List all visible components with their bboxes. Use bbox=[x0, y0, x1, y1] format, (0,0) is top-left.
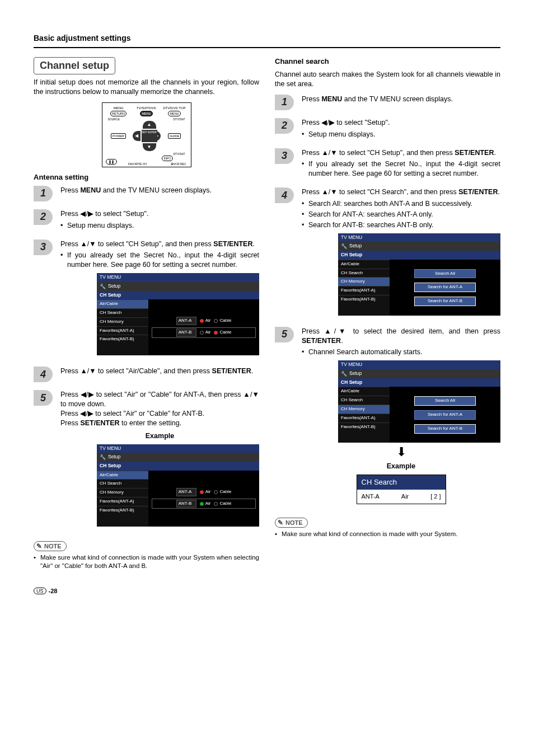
osd-item: Favorites(ANT-B) bbox=[97, 335, 148, 344]
osd-main: Search All Search for ANT-A Search for A… bbox=[390, 260, 500, 316]
radio-on-icon bbox=[200, 502, 204, 506]
osd-main: Search All Search for ANT-A Search for A… bbox=[390, 387, 500, 443]
set-enter-button: SET/ ENTER bbox=[142, 130, 157, 142]
set-enter-keyword: SET/ENTER bbox=[455, 149, 494, 157]
step-text: Press bbox=[302, 95, 321, 103]
ch-search-ant: ANT-A bbox=[362, 492, 380, 501]
antenna-setting-heading: Antenna setting bbox=[34, 173, 259, 181]
step-3: 3 Press ▲/▼ to select "CH Setup", and th… bbox=[34, 240, 259, 359]
step-text: . bbox=[252, 240, 254, 248]
step-text: Press bbox=[60, 419, 80, 427]
menu-keyword: MENU bbox=[321, 95, 342, 103]
step-1: 1 Press MENU and the TV MENU screen disp… bbox=[275, 95, 500, 110]
radio-on-icon bbox=[200, 490, 204, 494]
step-number: 4 bbox=[34, 367, 53, 382]
osd-selected: CH Setup bbox=[97, 291, 259, 299]
osd-item: Favorites(ANT-A) bbox=[97, 326, 148, 335]
osd-item: Favorites(ANT-A) bbox=[97, 497, 148, 506]
step-5: 5 Press ▲/▼ to select the desired item, … bbox=[275, 327, 500, 506]
step-bullet: Setup menu displays. bbox=[60, 221, 259, 231]
remote-label: TV/SAT/DVD bbox=[133, 106, 161, 110]
set-enter-keyword: SET/ENTER bbox=[458, 188, 498, 196]
dpad-down-icon: ▼ bbox=[143, 143, 156, 151]
note-icon: ✎ bbox=[278, 519, 283, 527]
osd-item: CH Memory bbox=[338, 277, 390, 286]
search-ant-a-button: Search for ANT-A bbox=[414, 410, 476, 420]
osd-item: Air/Cable bbox=[338, 260, 390, 269]
osd-title: TV MENU bbox=[338, 233, 500, 242]
left-column: Channel setup If initial setup does not … bbox=[34, 57, 259, 571]
step-text: . bbox=[494, 149, 495, 157]
ch-search-mode: Air bbox=[380, 492, 430, 501]
osd-item: CH Search bbox=[97, 308, 148, 317]
search-ant-b-button: Search for ANT-B bbox=[414, 297, 476, 306]
two-column-layout: Channel setup If initial setup does not … bbox=[34, 57, 500, 571]
osd-screenshot-2: TV MENU 🔧Setup CH Setup Air/Cable CH Sea… bbox=[97, 444, 259, 527]
ant-b-label: ANT-B bbox=[176, 500, 196, 508]
radio-off-icon bbox=[214, 319, 218, 323]
step-2: 2 Press ◀/▶ to select "Setup". Setup men… bbox=[34, 209, 259, 232]
step-bullet: Channel Search automatically starts. bbox=[302, 348, 500, 357]
step-text: and the TV MENU screen displays. bbox=[101, 186, 212, 194]
osd-breadcrumb: 🔧Setup bbox=[97, 282, 259, 291]
ant-b-label: ANT-B bbox=[176, 328, 196, 337]
step-text: Press bbox=[60, 186, 80, 194]
osd-selected: CH Setup bbox=[338, 378, 500, 387]
heading-text: Channel setup bbox=[40, 60, 109, 71]
step-number: 5 bbox=[34, 390, 53, 406]
radio-off-icon bbox=[200, 331, 204, 335]
wrench-icon: 🔧 bbox=[341, 243, 347, 250]
osd-sidebar: Air/Cable CH Search CH Memory Favorites(… bbox=[97, 299, 148, 355]
step-bullet: Search for ANT-B: searches ANT-B only. bbox=[302, 220, 500, 230]
osd-item: Favorites(ANT-B) bbox=[338, 422, 390, 431]
osd-selected: CH Setup bbox=[97, 462, 259, 470]
step-bullet: Search for ANT-A: searches ANT-A only. bbox=[302, 210, 500, 219]
osd-screenshot-4: TV MENU 🔧Setup CH Setup Air/Cable CH Sea… bbox=[338, 360, 500, 443]
ch-search-count: [ 2 ] bbox=[430, 492, 441, 501]
osd-breadcrumb: 🔧Setup bbox=[338, 369, 500, 378]
step-bullet: If you already set the Secret No., input… bbox=[60, 251, 259, 270]
down-arrow-icon: ⬇ bbox=[302, 446, 500, 458]
return-button: RETURN bbox=[110, 111, 127, 116]
intro-text: Channel auto search makes the System loo… bbox=[275, 70, 500, 89]
set-enter-keyword: SET/ENTER bbox=[302, 337, 341, 345]
step-text: Press ▲/▼ to select "CH Search", and the… bbox=[302, 188, 458, 196]
step-2: 2 Press ◀/▶ to select "Setup". Setup men… bbox=[275, 118, 500, 140]
channel-setup-heading: Channel setup bbox=[34, 57, 115, 74]
radio-off-icon bbox=[214, 502, 218, 506]
osd-main: ANT-A Air Cable ANT-B Air Cable bbox=[148, 471, 259, 527]
step-text: Press ◀/▶ to select "Air" or "Cable" for… bbox=[60, 390, 259, 409]
osd-item: CH Memory bbox=[97, 488, 148, 497]
osd-item: Favorites(ANT-A) bbox=[338, 286, 390, 295]
remote-label: MENU bbox=[105, 106, 133, 110]
set-enter-keyword: SET/ENTER bbox=[212, 367, 251, 375]
page-section-title: Basic adjustment settings bbox=[34, 34, 500, 43]
osd-item: CH Memory bbox=[97, 317, 148, 326]
step-number: 2 bbox=[275, 118, 294, 134]
wrench-icon: 🔧 bbox=[100, 454, 106, 461]
divider bbox=[34, 47, 500, 48]
step-text: to enter the setting. bbox=[120, 419, 182, 427]
osd-item: Favorites(ANT-A) bbox=[338, 414, 390, 422]
step-4: 4 Press ▲/▼ to select "CH Search", and t… bbox=[275, 187, 500, 319]
osd-item: CH Memory bbox=[338, 405, 390, 414]
step-text: Press ▲/▼ to select "CH Setup", and then… bbox=[302, 149, 455, 157]
power-button: POWER bbox=[111, 133, 126, 139]
step-4: 4 Press ▲/▼ to select "Air/Cable", and t… bbox=[34, 367, 259, 382]
osd-sidebar: Air/Cable CH Search CH Memory Favorites(… bbox=[338, 260, 390, 316]
note-label: NOTE bbox=[285, 519, 303, 526]
pause-button: ❚❚ bbox=[106, 159, 117, 165]
step-number: 5 bbox=[275, 327, 294, 342]
wrench-icon: 🔧 bbox=[100, 283, 106, 290]
dpad-left-icon: ◀ bbox=[133, 131, 140, 141]
step-text: . bbox=[341, 337, 343, 345]
ch-search-result-box: CH Search ANT-A Air [ 2 ] bbox=[357, 475, 446, 504]
remote-label: ⦿VCR REC bbox=[154, 162, 189, 166]
osd-selected: CH Setup bbox=[338, 251, 500, 259]
step-bullet: Search All: searches both ANT-A and B su… bbox=[302, 199, 500, 209]
step-3: 3 Press ▲/▼ to select "CH Setup", and th… bbox=[275, 148, 500, 180]
search-ant-b-button: Search for ANT-B bbox=[414, 424, 476, 434]
note-pill: ✎ NOTE bbox=[34, 541, 67, 551]
search-all-button: Search All bbox=[414, 396, 476, 406]
osd-title: TV MENU bbox=[97, 273, 259, 281]
